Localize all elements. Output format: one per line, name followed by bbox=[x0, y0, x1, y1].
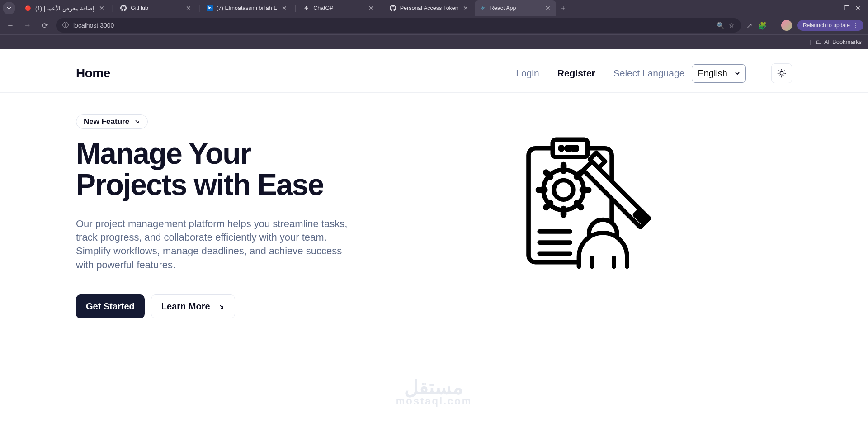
nav-links: Login Register Select Language English bbox=[516, 63, 792, 83]
github-icon bbox=[120, 5, 127, 12]
reload-button[interactable]: ⟳ bbox=[39, 19, 51, 31]
page-content: Home Login Register Select Language Engl… bbox=[0, 49, 868, 411]
nav-login[interactable]: Login bbox=[516, 68, 539, 79]
get-started-label: Get Started bbox=[86, 301, 135, 312]
tab-5[interactable]: ⚛ React App ✕ bbox=[475, 0, 556, 16]
lang-value: English bbox=[698, 68, 727, 79]
new-tab-button[interactable]: + bbox=[557, 2, 570, 14]
svg-line-23 bbox=[577, 172, 581, 177]
clipboard-illustration-icon bbox=[515, 131, 656, 271]
zoom-icon[interactable]: 🔍 bbox=[717, 22, 724, 29]
relaunch-button[interactable]: Relaunch to update ⋮ bbox=[797, 20, 863, 31]
all-bookmarks-button[interactable]: 🗀 All Bookmarks bbox=[816, 38, 862, 45]
tab-close-icon[interactable]: ✕ bbox=[368, 5, 375, 12]
window-controls: — ❐ ✕ bbox=[832, 5, 865, 12]
hero-section: New Feature Manage Your Projects with Ea… bbox=[0, 93, 868, 340]
bookmark-star-icon[interactable]: ☆ bbox=[729, 22, 735, 29]
chatgpt-icon: ❋ bbox=[302, 5, 310, 12]
tab-title: (7) Elmoatassim billah E bbox=[217, 5, 278, 11]
tab-close-icon[interactable]: ✕ bbox=[281, 5, 288, 12]
url-text: localhost:3000 bbox=[73, 22, 712, 29]
extensions-icon[interactable]: 🧩 bbox=[758, 21, 767, 30]
nav-register[interactable]: Register bbox=[557, 68, 595, 79]
address-bar: ← → ⟳ ⓘ localhost:3000 🔍 ☆ ↗ 🧩 | Relaunc… bbox=[0, 16, 868, 34]
hero-description: Our project management platform helps yo… bbox=[76, 217, 361, 272]
hero-title-line2: Projects with Ease bbox=[76, 168, 323, 201]
site-info-icon[interactable]: ⓘ bbox=[62, 21, 69, 29]
svg-line-6 bbox=[784, 76, 785, 76]
theme-toggle[interactable] bbox=[771, 63, 792, 83]
hero-left: New Feature Manage Your Projects with Ea… bbox=[76, 114, 361, 318]
tab-close-icon[interactable]: ✕ bbox=[185, 5, 192, 12]
bookmarks-bar: | 🗀 All Bookmarks bbox=[0, 34, 868, 49]
sun-icon bbox=[777, 68, 787, 78]
svg-rect-12 bbox=[567, 147, 571, 150]
forward-button[interactable]: → bbox=[22, 19, 33, 31]
share-icon[interactable]: ↗ bbox=[746, 21, 752, 30]
arrow-down-right-icon bbox=[134, 119, 140, 125]
tab-title: Personal Access Token bbox=[400, 5, 458, 11]
learn-more-label: Learn More bbox=[161, 301, 210, 312]
badge-label: New Feature bbox=[84, 117, 129, 126]
chevron-down-icon bbox=[735, 71, 740, 76]
tab-4[interactable]: Personal Access Token ✕ bbox=[385, 0, 474, 16]
get-started-button[interactable]: Get Started bbox=[76, 294, 145, 318]
brand-home[interactable]: Home bbox=[76, 66, 110, 81]
svg-rect-13 bbox=[573, 147, 577, 150]
linkedin-icon: in bbox=[207, 5, 213, 11]
tab-title: React App bbox=[490, 5, 541, 11]
react-icon: ⚛ bbox=[479, 5, 486, 12]
language-select[interactable]: English bbox=[692, 64, 746, 83]
hero-title: Manage Your Projects with Ease bbox=[76, 138, 361, 201]
tab-3[interactable]: ❋ ChatGPT ✕ bbox=[298, 0, 379, 16]
lang-label: Select Language bbox=[613, 68, 685, 79]
svg-point-14 bbox=[554, 180, 573, 200]
chevron-down-icon bbox=[6, 5, 12, 11]
hero-title-line1: Manage Your bbox=[76, 137, 250, 170]
folder-icon: 🗀 bbox=[816, 38, 821, 45]
svg-point-11 bbox=[560, 147, 563, 150]
tab-title: GitHub bbox=[131, 5, 181, 11]
tab-0[interactable]: 🔴 (1) | إضافة معرض الأعمـ ✕ bbox=[20, 0, 110, 16]
tab-2[interactable]: in (7) Elmoatassim billah E ✕ bbox=[202, 0, 293, 16]
url-input[interactable]: ⓘ localhost:3000 🔍 ☆ bbox=[56, 18, 741, 33]
language-selector: Select Language English bbox=[613, 64, 746, 83]
github-icon bbox=[389, 5, 396, 12]
tab-close-icon[interactable]: ✕ bbox=[98, 5, 105, 12]
browser-chrome: 🔴 (1) | إضافة معرض الأعمـ ✕ | GitHub ✕ |… bbox=[0, 0, 868, 49]
tab-1[interactable]: GitHub ✕ bbox=[115, 0, 197, 16]
all-bookmarks-label: All Bookmarks bbox=[824, 38, 862, 45]
tab-title: ChatGPT bbox=[313, 5, 364, 11]
svg-line-21 bbox=[577, 203, 581, 208]
favicon-generic-icon: 🔴 bbox=[24, 5, 32, 12]
svg-line-7 bbox=[778, 76, 779, 76]
learn-more-button[interactable]: Learn More bbox=[151, 294, 235, 318]
tab-title: (1) | إضافة معرض الأعمـ bbox=[35, 5, 94, 12]
relaunch-label: Relaunch to update bbox=[803, 22, 850, 28]
svg-point-0 bbox=[780, 71, 783, 75]
tab-search-dropdown[interactable] bbox=[3, 2, 15, 14]
close-window-icon[interactable]: ✕ bbox=[855, 5, 861, 12]
svg-line-5 bbox=[778, 70, 779, 71]
back-button[interactable]: ← bbox=[5, 19, 16, 31]
svg-line-20 bbox=[546, 172, 551, 177]
tabs-bar: 🔴 (1) | إضافة معرض الأعمـ ✕ | GitHub ✕ |… bbox=[0, 0, 868, 16]
hero-actions: Get Started Learn More bbox=[76, 294, 361, 318]
svg-line-22 bbox=[546, 203, 551, 208]
arrow-down-right-icon bbox=[218, 304, 225, 310]
minimize-icon[interactable]: — bbox=[832, 5, 839, 12]
maximize-icon[interactable]: ❐ bbox=[844, 5, 850, 12]
new-feature-badge[interactable]: New Feature bbox=[76, 114, 148, 129]
more-icon: ⋮ bbox=[853, 22, 858, 28]
profile-avatar[interactable] bbox=[781, 20, 792, 31]
tab-close-icon[interactable]: ✕ bbox=[462, 5, 469, 12]
site-navbar: Home Login Register Select Language Engl… bbox=[0, 49, 868, 93]
svg-line-8 bbox=[784, 70, 785, 71]
hero-illustration-wrap bbox=[379, 114, 792, 318]
tab-close-icon[interactable]: ✕ bbox=[544, 5, 552, 12]
